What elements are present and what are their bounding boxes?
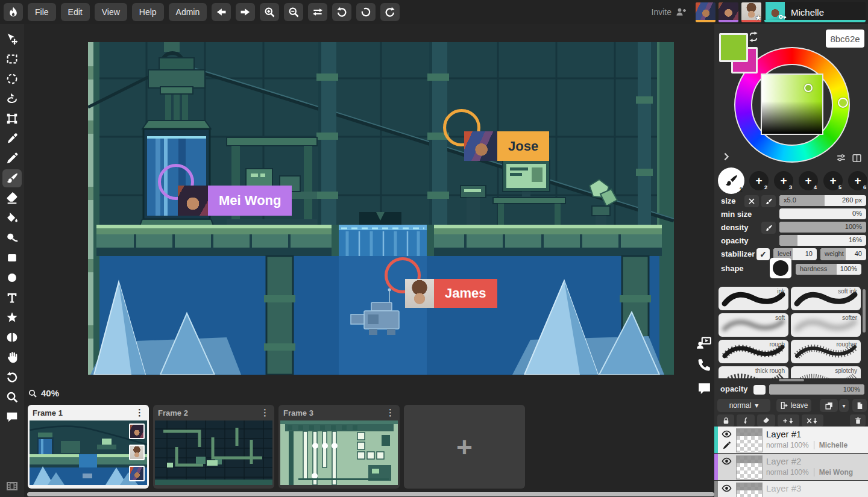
menu-edit[interactable]: Edit (61, 3, 90, 21)
rotate-canvas-tool-button[interactable] (2, 368, 22, 386)
clear-layer-button[interactable] (757, 414, 775, 427)
lasso-tool-button[interactable] (2, 90, 22, 108)
menu-admin[interactable]: Admin (169, 3, 207, 21)
preset-rougher[interactable]: rougher (791, 340, 861, 363)
star-shape-tool-button[interactable] (2, 308, 22, 327)
presets-scrollbar-vertical[interactable] (863, 289, 866, 333)
frame-card-1[interactable]: Frame 1 ⋮ (28, 405, 149, 489)
brush-slot-2[interactable]: +2 (749, 171, 769, 190)
fill-tool-button[interactable] (2, 209, 22, 227)
size-unlink-button[interactable] (744, 195, 759, 207)
density-slider[interactable]: 100% (779, 222, 866, 233)
zoom-tool-button[interactable] (2, 388, 22, 406)
stabilizer-weight-slider[interactable]: weight 40 (820, 248, 866, 260)
rotate-left-button[interactable] (332, 3, 351, 21)
voice-call-button[interactable] (697, 357, 712, 373)
eraser-tool-button[interactable] (2, 189, 22, 207)
frames-scrollbar[interactable] (27, 492, 714, 496)
frame-1-menu-button[interactable]: ⋮ (135, 407, 144, 418)
menu-file[interactable]: File (28, 3, 56, 21)
drawing-canvas[interactable] (88, 42, 674, 375)
layer-1-thumbnail[interactable] (736, 428, 763, 452)
ellipse-select-tool-button[interactable] (2, 70, 22, 88)
frame-card-2[interactable]: Frame 2 ⋮ (153, 405, 274, 489)
brush-slot-1[interactable]: 1 (718, 167, 744, 194)
layer-row-1[interactable]: Layer #1 normal 100%Michelle (714, 427, 868, 453)
hardness-slider[interactable]: hardness 100% (796, 264, 861, 275)
merge-down-button[interactable] (802, 414, 823, 427)
layer-2-visibility-toggle[interactable] (722, 457, 732, 466)
ellipse-shape-tool-button[interactable] (2, 269, 22, 287)
brush-slot-6[interactable]: +6 (848, 171, 867, 190)
history-forward-button[interactable] (236, 3, 255, 21)
rect-shape-tool-button[interactable] (2, 249, 22, 267)
layer-3-visibility-toggle[interactable] (722, 484, 732, 493)
leave-layer-button[interactable]: leave (776, 399, 811, 412)
screen-share-button[interactable] (696, 335, 712, 351)
menu-help[interactable]: Help (132, 3, 164, 21)
current-user-chip[interactable]: Michelle (764, 2, 866, 22)
lock-layer-button[interactable] (717, 414, 734, 427)
move-tool-button[interactable] (2, 30, 22, 48)
duplicate-options-button[interactable]: ▾ (839, 399, 849, 412)
transfer-down-button[interactable] (737, 414, 755, 427)
preset-splotchy[interactable]: splotchy (791, 366, 861, 378)
layer-row-2[interactable]: Layer #2 normal 100%Mei Wong (714, 454, 868, 480)
new-layer-button[interactable] (852, 399, 867, 412)
zoom-out-button[interactable] (284, 3, 303, 21)
app-logo[interactable] (4, 3, 23, 21)
blend-mode-dropdown[interactable]: normal ▾ (717, 399, 770, 412)
timeline-toggle-button[interactable] (2, 477, 22, 495)
brush-slot-4[interactable]: +4 (799, 171, 818, 190)
layer-row-3[interactable]: Layer #3 (714, 481, 868, 497)
preset-thick-rough[interactable]: thick rough (719, 366, 788, 378)
preset-softer[interactable]: softer (791, 313, 861, 337)
menu-view[interactable]: View (95, 3, 127, 21)
zoom-in-button[interactable] (260, 3, 279, 21)
frame-card-3[interactable]: Frame 3 ⋮ (278, 405, 400, 489)
size-pressure-button[interactable] (761, 195, 776, 207)
reset-rotation-button[interactable] (356, 3, 376, 21)
user-avatar-jose[interactable] (696, 2, 715, 22)
preset-soft[interactable]: soft (719, 313, 788, 337)
user-avatar-mei[interactable] (719, 2, 738, 22)
brush-opacity-slider[interactable]: 16% (779, 235, 866, 246)
delete-layer-button[interactable] (850, 414, 866, 427)
add-layer-below-button[interactable] (778, 414, 799, 427)
layer-1-visibility-toggle[interactable] (722, 430, 732, 439)
chat-tool-button[interactable] (2, 408, 22, 426)
symmetry-tool-button[interactable] (2, 328, 22, 346)
layer-opacity-slider[interactable]: 100% (769, 384, 864, 395)
lazy-brush-tool-button[interactable] (2, 229, 22, 247)
hex-color-input[interactable]: 8bc62e (826, 30, 864, 48)
duplicate-layer-button[interactable] (820, 399, 838, 412)
layer-opacity-checkbox[interactable] (753, 385, 766, 395)
user-avatar-james[interactable]: ★ (741, 2, 761, 22)
layer-3-thumbnail[interactable] (736, 483, 763, 497)
presets-scrollbar-horizontal[interactable] (779, 379, 804, 381)
comments-button[interactable] (697, 381, 712, 396)
preset-soft-ink[interactable]: soft ink (791, 287, 861, 310)
hue-cursor[interactable] (838, 98, 848, 108)
brush-shape-preview[interactable] (770, 258, 791, 278)
history-back-button[interactable] (212, 3, 231, 21)
add-frame-button[interactable]: + (404, 405, 525, 489)
brush-tool-button[interactable] (2, 169, 22, 187)
frame-2-menu-button[interactable]: ⋮ (260, 407, 269, 418)
swap-view-button[interactable] (308, 3, 327, 21)
sv-cursor[interactable] (804, 84, 813, 92)
saturation-value-square[interactable] (761, 73, 823, 135)
split-view-icon[interactable] (852, 153, 862, 163)
pencil-tool-button[interactable] (2, 149, 22, 167)
frame-3-menu-button[interactable]: ⋮ (386, 407, 395, 418)
layer-2-thumbnail[interactable] (736, 455, 763, 480)
brush-slot-3[interactable]: +3 (774, 171, 793, 190)
color-sliders-icon[interactable] (836, 153, 846, 163)
rotate-right-button[interactable] (380, 3, 400, 21)
hand-tool-button[interactable] (2, 348, 22, 366)
preset-rough[interactable]: rough (719, 340, 788, 363)
preset-ink[interactable]: ink (719, 287, 788, 310)
density-pressure-button[interactable] (761, 222, 776, 234)
invite-button[interactable]: Invite (652, 6, 687, 18)
primary-color-swatch[interactable] (719, 33, 748, 62)
